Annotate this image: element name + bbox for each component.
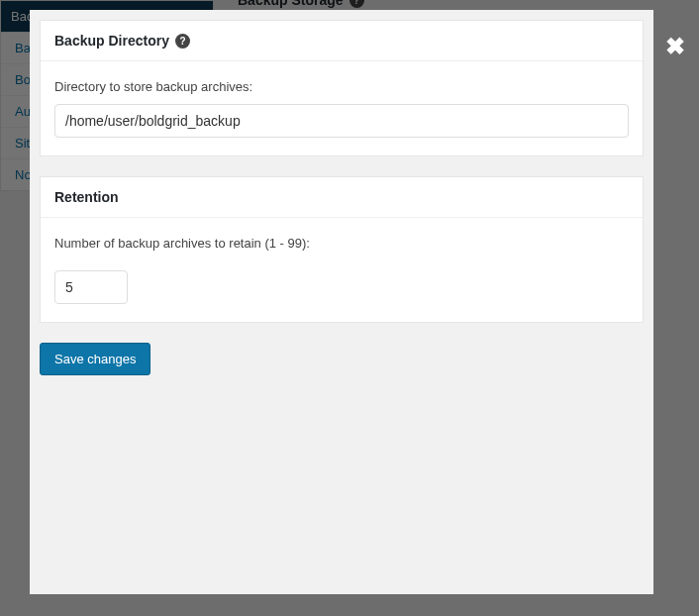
retention-label: Number of backup archives to retain (1 -…: [54, 236, 629, 251]
close-icon[interactable]: ✖: [665, 35, 685, 58]
card-body: Directory to store backup archives:: [41, 61, 643, 155]
card-title: Retention: [54, 189, 119, 205]
card-header: Retention: [41, 177, 643, 218]
backup-directory-card: Backup Directory ? Directory to store ba…: [40, 20, 644, 156]
save-button[interactable]: Save changes: [40, 343, 150, 375]
modal-dialog: Backup Directory ? Directory to store ba…: [30, 10, 653, 594]
card-title: Backup Directory: [54, 33, 169, 49]
directory-label: Directory to store backup archives:: [54, 79, 629, 94]
retention-input[interactable]: [54, 270, 128, 304]
help-icon[interactable]: ?: [175, 34, 190, 49]
retention-card: Retention Number of backup archives to r…: [40, 176, 644, 323]
card-header: Backup Directory ?: [41, 21, 643, 61]
card-body: Number of backup archives to retain (1 -…: [41, 218, 643, 322]
directory-input[interactable]: [54, 104, 629, 138]
